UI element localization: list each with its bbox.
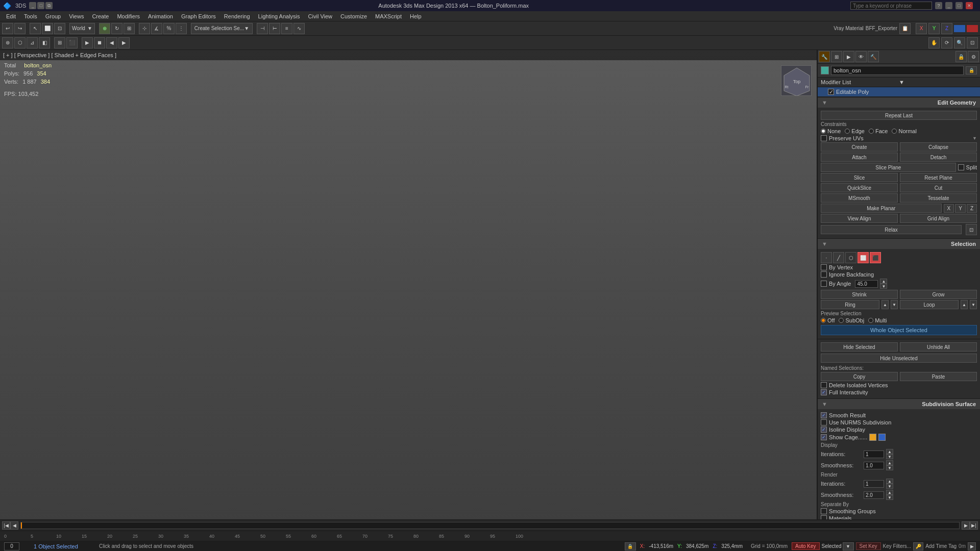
autokey-btn[interactable]: Auto Key [792, 542, 820, 550]
menu-modifiers[interactable]: Modifiers [113, 12, 144, 20]
set-key-btn[interactable]: Set Key [856, 542, 881, 550]
by-vertex-check[interactable]: By Vertex [821, 264, 977, 270]
viewport-nav-pan[interactable]: ✋ [928, 37, 940, 48]
nav-cube[interactable]: Top Fr Rt [781, 65, 812, 96]
coord-system-dropdown[interactable]: World ▼ [69, 23, 95, 34]
next-key-btn[interactable]: ▶| [970, 521, 978, 530]
rend-smooth-down[interactable]: ▼ [886, 495, 893, 500]
subobj-vertex-icon[interactable]: · [821, 252, 832, 263]
isoline-display-checkbox[interactable]: ✓ [821, 427, 827, 433]
rp-settings-icon[interactable]: ⚙ [968, 51, 979, 62]
create-btn[interactable]: Create [821, 142, 898, 152]
materials-checkbox[interactable] [821, 515, 827, 519]
mirror-btn[interactable]: ⊣ [257, 23, 268, 34]
constraint-face[interactable]: Face [869, 128, 888, 134]
viewport-nav-zoom[interactable]: 🔍 [954, 37, 965, 48]
constraint-none[interactable]: None [821, 128, 841, 134]
collapse-btn[interactable]: Collapse [900, 142, 977, 152]
preview-multi[interactable]: Multi [868, 317, 887, 323]
next-frame-btn[interactable]: ▶ [118, 37, 130, 48]
attach-btn[interactable]: Attach [821, 153, 898, 162]
play-anim-btn[interactable]: ▶ [82, 37, 93, 48]
isoline-display-check[interactable]: ✓ Isoline Display [821, 427, 977, 433]
shrink-btn[interactable]: Shrink [821, 290, 898, 299]
wireframe-btn[interactable]: ⬡ [14, 37, 26, 48]
align-btn[interactable]: ⊢ [269, 23, 280, 34]
prev-frame-btn[interactable]: ◀ [106, 37, 117, 48]
iso-btn[interactable]: ⊿ [27, 37, 38, 48]
hide-selected-btn[interactable]: Hide Selected [821, 342, 898, 352]
use-nurms-check[interactable]: Use NURMS Subdivision [821, 419, 977, 425]
scale-btn[interactable]: ⊞ [124, 23, 135, 34]
color-a-btn[interactable] [954, 25, 965, 32]
material-editor-btn[interactable]: 📋 [899, 23, 911, 34]
cage-color-2[interactable] [878, 434, 886, 441]
relax-btn[interactable]: Relax [821, 225, 962, 234]
snap-3d-btn[interactable]: ⊹ [139, 23, 150, 34]
by-angle-check[interactable]: By Angle ▲ ▼ [821, 279, 977, 289]
grow-btn[interactable]: Grow [900, 290, 977, 299]
help-btn[interactable]: ? [935, 2, 942, 9]
stop-anim-btn[interactable]: ⏹ [94, 37, 105, 48]
rend-smooth-up[interactable]: ▲ [886, 490, 893, 495]
angle-input[interactable] [855, 280, 878, 288]
paste-sel-btn[interactable]: Paste [900, 372, 977, 381]
use-nurms-checkbox[interactable] [821, 419, 827, 425]
ignore-backfacing-check[interactable]: Ignore Backfacing [821, 271, 977, 278]
menu-help[interactable]: Help [406, 12, 426, 20]
menu-animation[interactable]: Animation [144, 12, 177, 20]
disp-smooth-up[interactable]: ▲ [886, 460, 893, 465]
viewport-maximize-btn[interactable]: ⬛ [66, 37, 78, 48]
split-checkbox[interactable] [958, 164, 964, 170]
framebar[interactable]: 0 5 10 15 20 25 30 35 40 45 50 55 60 65 … [0, 531, 980, 541]
split-check[interactable]: Split [958, 164, 977, 170]
modifier-list-dropdown[interactable]: ▼ [899, 79, 977, 85]
selected-dropdown-btn[interactable]: ▼ [843, 542, 854, 550]
rp-display-icon[interactable]: 👁 [855, 51, 867, 62]
render-smoothness-input[interactable] [864, 491, 884, 499]
status-lock-btn[interactable]: 🔒 [625, 542, 636, 550]
tesselate-btn[interactable]: Tesselate [900, 193, 977, 203]
by-angle-checkbox[interactable] [821, 281, 827, 287]
rp-lock-icon[interactable]: 🔒 [955, 51, 967, 62]
ring-btn[interactable]: Ring [821, 300, 879, 309]
search-input[interactable] [850, 2, 932, 10]
show-cage-checkbox[interactable]: ✓ [821, 434, 827, 440]
display-iterations-input[interactable] [864, 450, 884, 458]
smoothing-groups-check[interactable]: Smoothing Groups [821, 508, 977, 514]
close-btn[interactable]: ✕ [966, 2, 973, 9]
object-name-field[interactable]: bolton_osn [831, 66, 964, 75]
show-cage-check[interactable]: ✓ Show Cage...... [821, 434, 977, 441]
preview-subobj[interactable]: SubObj [839, 317, 864, 323]
minimize-btn[interactable]: _ [945, 2, 952, 9]
rend-iter-up[interactable]: ▲ [886, 479, 893, 484]
key-lock-btn[interactable]: 🔑 [913, 542, 923, 550]
menu-graph-editors[interactable]: Graph Editors [177, 12, 220, 20]
grid-align-btn[interactable]: Grid Align [900, 214, 977, 223]
subdivision-surface-header[interactable]: ▼ Subdivision Surface [818, 399, 980, 409]
viewport-nav-fov[interactable]: ⊡ [967, 37, 978, 48]
cut-btn[interactable]: Cut [900, 183, 977, 192]
loop-spinner-down[interactable]: ▼ [970, 300, 977, 309]
menu-rendering[interactable]: Rendering [220, 12, 254, 20]
angle-down-btn[interactable]: ▼ [880, 284, 887, 289]
percent-snap-btn[interactable]: % [163, 23, 175, 34]
reset-plane-btn[interactable]: Reset Plane [900, 173, 977, 182]
x-axis-btn[interactable]: X [916, 23, 927, 34]
msmooth-btn[interactable]: MSmooth [821, 193, 898, 203]
smooth-result-check[interactable]: ✓ Smooth Result [821, 412, 977, 418]
rp-motion-icon[interactable]: ▶ [843, 51, 854, 62]
undo-btn[interactable]: ↩ [2, 23, 13, 34]
viewport[interactable]: [ + ] [ Perspective ] [ Shaded + Edged F… [0, 50, 817, 519]
relax-settings-btn[interactable]: ⊡ [966, 224, 977, 235]
smoothing-groups-checkbox[interactable] [821, 508, 827, 514]
subobj-poly-icon[interactable]: ⬜ [857, 252, 869, 263]
winbtn-max[interactable]: □ [37, 2, 44, 9]
preview-off[interactable]: Off [821, 317, 835, 323]
menu-group[interactable]: Group [41, 12, 65, 20]
menu-edit[interactable]: Edit [2, 12, 20, 20]
delete-isolated-checkbox[interactable] [821, 382, 827, 388]
disp-iter-down[interactable]: ▼ [886, 454, 893, 459]
loop-btn[interactable]: Loop [900, 300, 959, 309]
by-vertex-checkbox[interactable] [821, 264, 827, 270]
